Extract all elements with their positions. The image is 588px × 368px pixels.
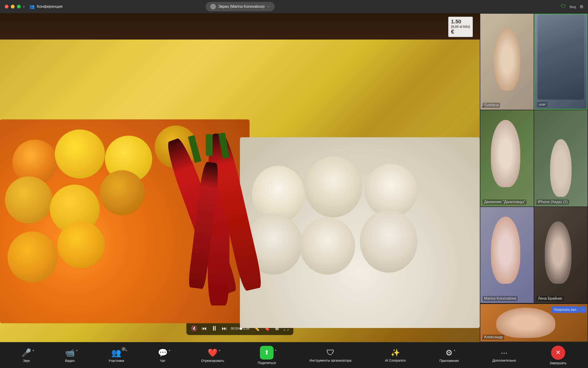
participants-label: Участники [108,359,124,363]
share-label: Поделиться [258,361,276,365]
more-options-icon: ··· [267,4,270,9]
participants-sidebar: 🎤 Svetlana user Движение "Даниловцы" 🎤 i… [480,13,588,342]
participant-tile-user[interactable]: user [534,14,588,110]
main-content: 1.50 (9,00 al kilo) € 🔇 ⏮ ⏸ ⏭ 00:50 [0,13,588,342]
share-icon: ⬆ [264,349,269,356]
shield-organizer-icon: 🛡 [326,348,334,357]
participant-name-iphone: iPhone (Аида) (2) [536,199,569,205]
more-options-button[interactable]: ··· [579,306,586,313]
host-avatar [210,4,216,9]
participant-name-aleksandr: Александр [483,335,504,340]
chevron-down-icon[interactable]: ▾ [23,5,25,9]
participant-tile-lena[interactable]: Лена Брайнис [534,207,588,303]
screen-share-label: Экран (Marina Konovalova) [218,4,265,9]
apps-chevron-icon[interactable]: ▲ [453,349,456,352]
toolbar-item-react[interactable]: ❤️ ▲ Отреагировать [201,348,224,363]
traffic-lights [5,5,21,9]
minimize-button[interactable] [11,5,15,9]
audio-chevron-icon[interactable]: ▲ [32,349,35,352]
chat-label: Чат [160,359,165,363]
ai-companion-icon: ✨ [391,348,400,357]
participants-chevron-icon[interactable]: ▲ [125,349,128,352]
participants-icon: 👥 [29,4,35,9]
participant-tile-aleksandr[interactable]: Попросить вкл ··· 🎤 Александр [480,304,588,342]
title-bar: ▾ 👥 Конференция Экран (Marina Konovalova… [0,0,588,13]
apps-icon: ⚙ [446,348,453,357]
participant-tile-iphone[interactable]: 🎤 iPhone (Аида) (2) [534,110,588,206]
toolbar-item-apps[interactable]: ⚙ ▲ Приложения [439,348,459,363]
share-chevron-icon[interactable]: ▲ [274,348,277,351]
conference-title: Конференция [37,4,62,9]
microphone-icon: 🎤 [21,348,31,357]
toolbar-item-more[interactable]: ··· Дополнительно [492,348,516,362]
toolbar-item-end[interactable]: ✕ Завершить [550,346,567,365]
organizer-label: Инструменты организатора [309,359,351,362]
toolbar-item-ai[interactable]: ✨ AI Companion [385,348,406,362]
shield-icon: 🛡 [561,4,566,10]
toolbar-item-chat[interactable]: 💬 ▲ Чат [158,348,168,363]
fullscreen-button[interactable] [17,5,21,9]
screen-share-indicator[interactable]: Экран (Marina Konovalova) ··· [206,2,275,11]
participant-tile-dvizhenie[interactable]: Движение "Даниловцы" [480,110,534,206]
video-frame: 1.50 (9,00 al kilo) € [0,13,480,342]
camera-icon: 📹 [65,348,75,357]
end-call-icon: ✕ [555,349,561,356]
end-call-button[interactable]: ✕ [551,346,565,360]
apps-label: Приложения [439,359,459,363]
participant-name-marina: Marina Konovalova [483,296,518,301]
more-label: Дополнительно [492,359,516,362]
grid-view-icon[interactable]: ⊞ [580,4,583,9]
participant-name-user: user [537,102,547,107]
react-icon: ❤️ [208,348,218,357]
participants-icon: 👥 [111,348,121,357]
bottom-toolbar: 🎤 ▲ Звук 📹 ▲ Видео 👥 7 ▲ Участники 💬 ▲ Ч… [0,342,588,368]
toolbar-item-video[interactable]: 📹 ▲ Видео [65,348,75,363]
toolbar-item-organizer[interactable]: 🛡 Инструменты организатора [309,348,351,362]
participants-grid: 🎤 Svetlana user Движение "Даниловцы" 🎤 i… [480,14,588,303]
participant-name-lena: Лена Брайнис [536,296,564,301]
participant-tile-marina[interactable]: Marina Konovalova [480,207,534,303]
react-chevron-icon[interactable]: ▲ [218,349,221,352]
toolbar-item-participants[interactable]: 👥 7 ▲ Участники [108,348,124,363]
video-label: Видео [65,359,75,363]
more-icon: ··· [501,348,507,357]
participant-name-dvizhenie: Движение "Даниловцы" [483,199,527,205]
view-label[interactable]: Вид [570,5,576,9]
toolbar-item-share[interactable]: ⬆ ▲ Поделиться [258,346,276,365]
chat-icon: 💬 [158,348,168,357]
participant-tile-svetlana[interactable]: 🎤 Svetlana [480,14,534,110]
react-label: Отреагировать [201,359,224,363]
participant-name-svetlana: Svetlana [483,103,500,108]
ask-unmute-button[interactable]: Попросить вкл [551,306,579,313]
close-button[interactable] [5,5,9,9]
chat-chevron-icon[interactable]: ▲ [168,349,171,352]
toolbar-item-audio[interactable]: 🎤 ▲ Звук [21,348,31,363]
ai-label: AI Companion [385,359,406,362]
screen-share-area: 1.50 (9,00 al kilo) € 🔇 ⏮ ⏸ ⏭ 00:50 [0,13,480,342]
share-icon-wrapper: ⬆ [260,346,273,359]
video-chevron-icon[interactable]: ▲ [75,349,78,352]
title-right: 🛡 Вид ⊞ [561,4,583,10]
audio-label: Звук [23,359,30,363]
end-label: Завершить [550,361,567,365]
